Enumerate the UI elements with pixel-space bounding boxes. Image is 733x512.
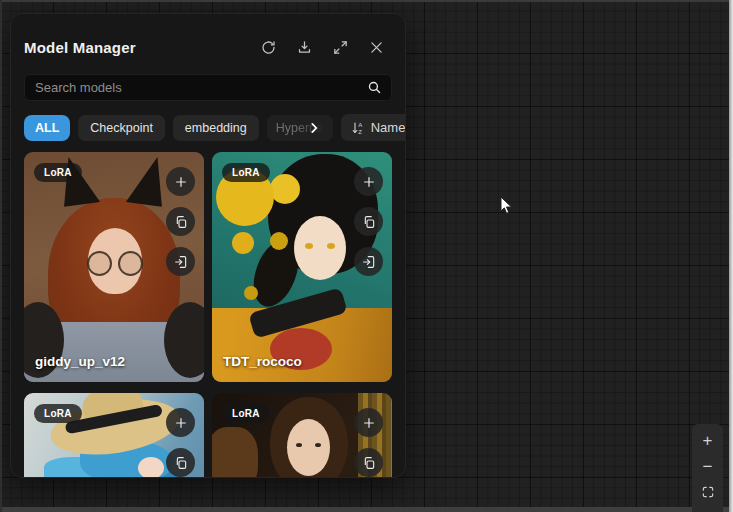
art-shape [294, 216, 346, 280]
chevron-right-icon[interactable] [307, 121, 321, 135]
add-model-button[interactable] [354, 408, 383, 437]
copy-model-button[interactable] [354, 448, 383, 477]
mouse-cursor [500, 196, 513, 220]
filter-chip-hypernetwork[interactable]: Hypernetwork [267, 115, 333, 141]
download-icon[interactable] [296, 39, 313, 56]
model-card-tdt-rococo[interactable]: LoRA TDT_rococo [212, 152, 392, 382]
zoom-in-button[interactable]: + [692, 427, 723, 453]
add-model-button[interactable] [166, 408, 195, 437]
model-manager-panel: Model Manager [10, 13, 406, 478]
app-canvas[interactable]: Model Manager [0, 0, 733, 512]
lora-badge: LoRA [222, 404, 270, 423]
card-actions [354, 408, 383, 477]
refresh-icon[interactable] [260, 39, 277, 56]
copy-model-button[interactable] [354, 207, 383, 236]
panel-header: Model Manager [24, 32, 392, 62]
search-input[interactable] [24, 74, 392, 101]
fit-view-button[interactable] [692, 479, 723, 505]
lora-badge: LoRA [34, 163, 82, 182]
add-model-button[interactable] [354, 167, 383, 196]
filter-chip-checkpoint[interactable]: Checkpoint [78, 115, 165, 141]
card-actions [166, 408, 195, 477]
lora-badge: LoRA [222, 163, 270, 182]
art-shape [24, 322, 204, 382]
svg-text:Z: Z [358, 128, 362, 134]
art-shape [212, 308, 392, 382]
sort-alpha-icon: AZ [350, 120, 366, 136]
copy-model-button[interactable] [166, 207, 195, 236]
filter-chips-row: ALL Checkpoint embedding Hypernetwork AZ… [24, 114, 392, 141]
filter-chip-all[interactable]: ALL [24, 115, 70, 141]
card-actions [354, 167, 383, 276]
art-shape [212, 427, 258, 478]
sort-label: Name [371, 120, 406, 135]
filter-chip-hypernetwork-label: Hypernetwork [276, 121, 333, 135]
add-model-button[interactable] [166, 167, 195, 196]
model-card-giddy-up-v12[interactable]: LoRA giddy_up_v12 [24, 152, 204, 382]
window-edge-left [0, 0, 2, 512]
zoom-out-label: − [703, 458, 713, 475]
filter-chip-embedding[interactable]: embedding [173, 115, 259, 141]
zoom-out-button[interactable]: − [692, 453, 723, 479]
art-shape [85, 251, 145, 273]
model-card-grid: LoRA giddy_up_v12 [24, 152, 392, 478]
fit-view-icon [701, 485, 715, 499]
sort-dropdown[interactable]: AZ Name [341, 114, 406, 141]
close-icon[interactable] [368, 39, 385, 56]
canvas-zoom-toolbar: + − [692, 424, 723, 512]
expand-icon[interactable] [332, 39, 349, 56]
window-scrollbar-right[interactable] [729, 0, 733, 512]
search-row [24, 74, 392, 101]
window-edge-top [0, 0, 733, 2]
art-shape [287, 419, 330, 476]
lora-badge: LoRA [34, 404, 82, 423]
model-card-row2-left[interactable]: LoRA [24, 393, 204, 478]
window-edge-bottom [0, 507, 729, 512]
header-actions [260, 39, 392, 56]
svg-text:A: A [358, 122, 362, 128]
model-name: TDT_rococo [223, 354, 302, 369]
card-actions [166, 167, 195, 276]
model-name: giddy_up_v12 [35, 354, 125, 369]
zoom-in-label: + [703, 432, 713, 449]
search-icon[interactable] [366, 79, 383, 96]
import-model-button[interactable] [354, 247, 383, 276]
copy-model-button[interactable] [166, 448, 195, 477]
model-card-row2-right[interactable]: LoRA [212, 393, 392, 478]
panel-title: Model Manager [24, 39, 136, 56]
import-model-button[interactable] [166, 247, 195, 276]
